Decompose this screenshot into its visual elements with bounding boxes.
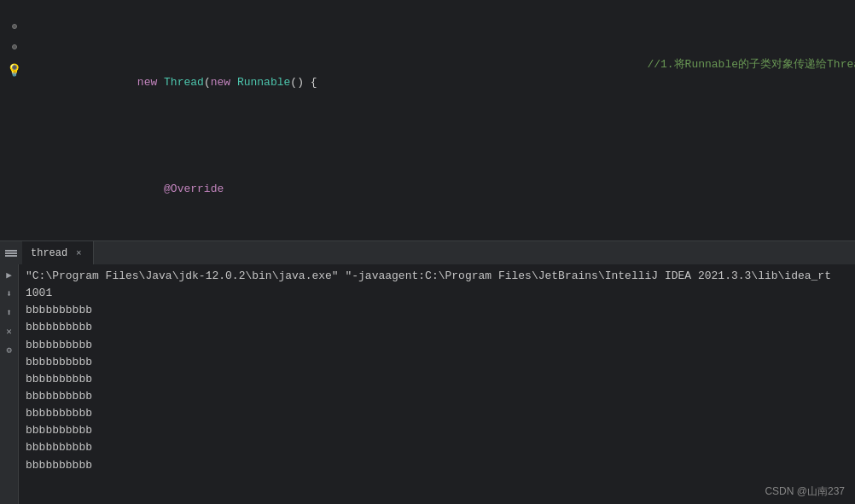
scroll-down-icon[interactable]: ⬇	[3, 287, 16, 300]
output-str-3: bbbbbbbbbb	[26, 337, 848, 354]
output-str-10: bbbbbbbbbb	[26, 457, 848, 474]
code-line: @Override	[31, 163, 855, 216]
tab-bar: thread ×	[0, 240, 855, 264]
gutter-dots	[12, 24, 17, 70]
gutter-dot	[12, 65, 17, 70]
console-area: ▶ ⬇ ⬆ ✕ ⚙ "C:\Program Files\Java\jdk-12.…	[0, 264, 855, 504]
output-num-line: 1001	[26, 285, 848, 302]
tab-thread[interactable]: thread ×	[22, 241, 94, 265]
run-icon[interactable]: ▶	[3, 268, 16, 281]
code-left: new Thread(new Runnable() {	[31, 56, 594, 109]
tab-bar-menu-icon[interactable]	[0, 250, 22, 257]
code-comment: //1.将Runnable的子类对象传递给Thread	[594, 56, 855, 74]
code-content: new Thread(new Runnable() { //1.将Runnabl…	[27, 0, 855, 240]
console-sidebar: ▶ ⬇ ⬆ ✕ ⚙	[0, 264, 19, 504]
console-wrapper: "C:\Program Files\Java\jdk-12.0.2\bin\ja…	[19, 264, 855, 504]
output-str-4: bbbbbbbbbb	[26, 354, 848, 371]
editor-gutter: 💡	[0, 0, 27, 240]
output-str-7: bbbbbbbbbb	[26, 405, 848, 422]
gutter-dot	[12, 24, 17, 29]
output-str-8: bbbbbbbbbb	[26, 422, 848, 439]
gutter-dot	[12, 44, 17, 49]
code-line: new Thread(new Runnable() { //1.将Runnabl…	[31, 56, 855, 109]
output-str-9: bbbbbbbbbb	[26, 439, 848, 456]
scroll-up-icon[interactable]: ⬆	[3, 305, 16, 319]
output-str-5: bbbbbbbbbb	[26, 371, 848, 388]
watermark: CSDN @山南237	[765, 484, 845, 499]
stop-icon[interactable]: ✕	[3, 324, 16, 338]
settings-icon[interactable]: ⚙	[3, 343, 16, 356]
output-str-1: bbbbbbbbbb	[26, 302, 848, 319]
tab-label: thread	[31, 247, 67, 259]
output-str-2: bbbbbbbbbb	[26, 319, 848, 336]
tab-close-button[interactable]: ×	[73, 247, 84, 259]
output-str-6: bbbbbbbbbb	[26, 388, 848, 405]
output-command-line: "C:\Program Files\Java\jdk-12.0.2\bin\ja…	[26, 268, 848, 285]
editor-area: 💡 new Thread(new Runnable() { //1.将Runna…	[0, 0, 855, 240]
console-output: "C:\Program Files\Java\jdk-12.0.2\bin\ja…	[19, 264, 855, 504]
